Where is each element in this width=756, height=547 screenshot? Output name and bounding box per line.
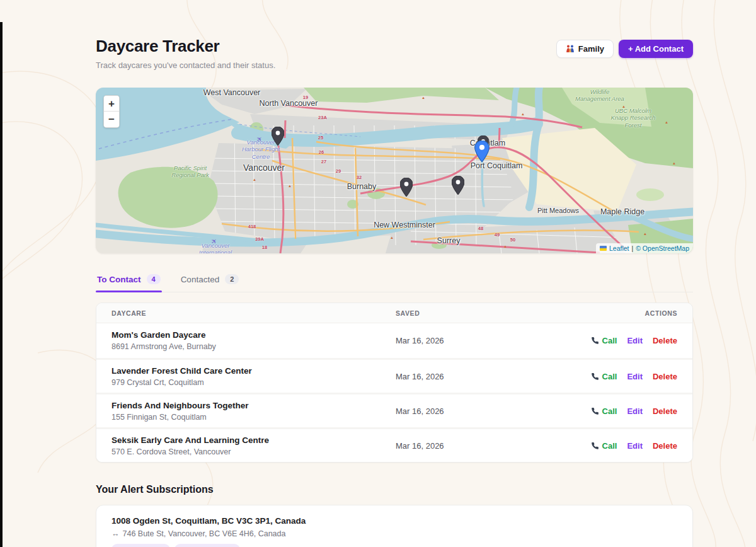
phone-icon [591,337,599,345]
map-zoom-control: + − [103,95,120,128]
tab-count-badge: 2 [225,274,239,284]
family-button[interactable]: Family [556,40,614,58]
map-marker-daycare[interactable] [452,176,464,197]
edit-link[interactable]: Edit [627,372,643,381]
call-link[interactable]: Call [591,336,617,345]
family-button-label: Family [578,44,604,54]
daycare-name: Seksik Early Care And Learning Centre [112,435,396,445]
page-title: Daycare Tracker [96,37,275,56]
call-link[interactable]: Call [591,372,617,381]
daycare-address: 8691 Armstrong Ave, Burnaby [112,342,396,351]
subscription-card: 1008 Ogden St, Coquitlam, BC V3C 3P1, Ca… [96,505,693,547]
edit-link[interactable]: Edit [627,336,643,345]
edit-link[interactable]: Edit [627,441,643,451]
attribution-separator: | [631,245,633,252]
delete-link[interactable]: Delete [653,441,677,451]
delete-link[interactable]: Delete [653,406,677,416]
map-tiles [96,88,693,253]
map-marker-daycare[interactable] [400,178,413,199]
zoom-in-button[interactable]: + [104,96,119,112]
distance-arrow-icon: ↔ [112,529,120,538]
daycare-name: Lavender Forest Child Care Center [112,366,396,376]
page-header: Daycare Tracker Track daycares you've co… [96,37,693,70]
subscription-secondary-address: 746 Bute St, Vancouver, BC V6E 4H6, Cana… [123,529,286,538]
license-type-badge: Licensed Group [175,544,240,547]
zoom-out-button[interactable]: − [104,112,119,127]
phone-icon [591,407,599,415]
map-marker-selected[interactable] [474,141,490,164]
tab-to-contact[interactable]: To Contact 4 [96,270,162,292]
column-header-actions: Actions [532,309,677,317]
family-icon [566,45,575,53]
tab-contacted[interactable]: Contacted 2 [180,270,241,292]
tab-bar: To Contact 4 Contacted 2 [96,270,693,292]
map-attribution: Leaflet | © OpenStreetMap [596,243,693,253]
daycare-name: Mom's Garden Daycare [112,330,396,340]
openstreetmap-link[interactable]: © OpenStreetMap [636,245,689,252]
add-contact-button[interactable]: + Add Contact [619,40,693,58]
daycare-table: Daycare Saved Actions Mom's Garden Dayca… [96,302,693,463]
delete-link[interactable]: Delete [653,372,677,381]
table-row: Seksik Early Care And Learning Centre 57… [96,427,692,462]
tab-label: Contacted [181,275,220,284]
map[interactable]: West Vancouver North Vancouver Vancouver… [96,88,693,253]
saved-date: Mar 16, 2026 [396,406,532,416]
call-link[interactable]: Call [591,406,617,416]
map-marker-daycare[interactable] [272,127,284,148]
table-row: Friends And Neighbours Together 155 Finn… [96,393,692,427]
screen-left-edge [0,22,3,547]
saved-date: Mar 16, 2026 [396,441,532,451]
leaflet-link[interactable]: Leaflet [609,245,629,252]
daycare-address: 155 Finnigan St, Coquitlam [112,413,396,422]
phone-icon [591,372,599,381]
subscription-address: 1008 Ogden St, Coquitlam, BC V3C 3P1, Ca… [112,516,677,526]
column-header-daycare: Daycare [112,309,396,317]
page-subtitle: Track daycares you've contacted and thei… [96,60,275,70]
table-header: Daycare Saved Actions [96,303,692,323]
subscriptions-heading: Your Alert Subscriptions [96,484,693,495]
ukraine-flag-icon [600,246,607,251]
table-row: Lavender Forest Child Care Center 979 Cr… [96,358,692,393]
daycare-address: 570 E. Cordova Street, Vancouver [112,447,396,456]
column-header-saved: Saved [396,309,532,317]
call-link[interactable]: Call [591,441,617,451]
phone-icon [591,442,599,450]
edit-link[interactable]: Edit [627,406,643,416]
tab-count-badge: 4 [147,274,161,284]
saved-date: Mar 16, 2026 [396,372,532,381]
daycare-address: 979 Crystal Crt, Coquitlam [112,378,396,387]
saved-date: Mar 16, 2026 [396,336,532,345]
table-row: Mom's Garden Daycare 8691 Armstrong Ave,… [96,323,692,358]
tab-label: To Contact [97,275,141,284]
delete-link[interactable]: Delete [653,336,677,345]
age-range-badge: 30–60 months [112,544,170,547]
daycare-name: Friends And Neighbours Together [112,401,396,410]
